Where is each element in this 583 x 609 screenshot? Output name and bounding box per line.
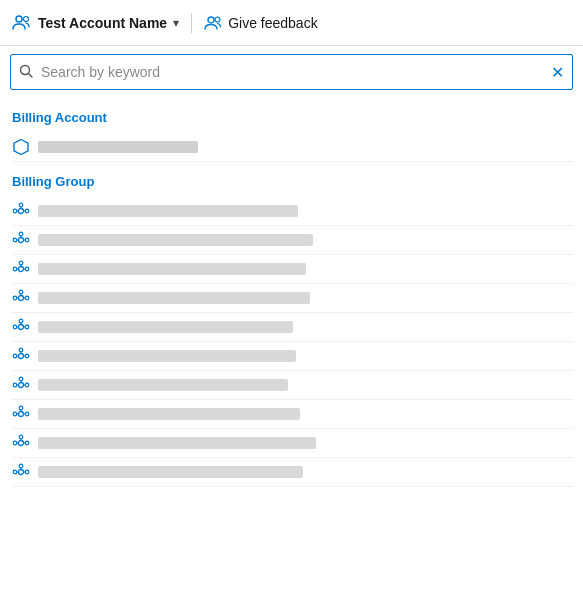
svg-point-63 [19,441,24,446]
svg-point-29 [13,296,17,300]
skeleton-bar [38,379,288,391]
svg-point-72 [25,470,29,474]
network-icon [12,347,30,365]
svg-point-7 [19,209,24,214]
billing-account-item[interactable] [12,133,573,162]
svg-line-5 [29,73,33,77]
network-icon [12,260,30,278]
svg-point-70 [19,470,24,475]
svg-point-71 [13,470,17,474]
svg-point-36 [13,325,17,329]
list-item[interactable] [12,197,573,226]
svg-point-66 [19,435,23,439]
list-item[interactable] [12,429,573,458]
search-bar[interactable]: ✕ [10,54,573,90]
list-item[interactable] [12,458,573,487]
skeleton-bar [38,350,296,362]
network-icon [12,434,30,452]
svg-point-65 [25,441,29,445]
network-icon [12,463,30,481]
billing-account-title: Billing Account [12,110,573,125]
svg-point-2 [208,17,214,23]
account-icon [12,13,32,33]
svg-point-8 [13,209,17,213]
chevron-down-icon[interactable]: ▾ [173,16,179,30]
feedback-section[interactable]: Give feedback [204,14,318,32]
network-icon [12,231,30,249]
list-item[interactable] [12,226,573,255]
skeleton-bar [38,263,306,275]
svg-point-35 [19,325,24,330]
list-item[interactable] [12,400,573,429]
svg-point-64 [13,441,17,445]
svg-point-15 [13,238,17,242]
network-icon [12,202,30,220]
skeleton-bar [38,141,198,153]
svg-point-0 [16,16,22,22]
account-name: Test Account Name [38,15,167,31]
search-icon [19,64,33,81]
svg-point-22 [13,267,17,271]
svg-point-21 [19,267,24,272]
hexagon-icon [12,138,30,156]
billing-account-section: Billing Account [12,110,573,162]
svg-point-44 [25,354,29,358]
svg-point-37 [25,325,29,329]
svg-point-24 [19,261,23,265]
header: Test Account Name ▾ Give feedback [0,0,583,46]
svg-point-49 [19,383,24,388]
skeleton-bar [38,205,298,217]
list-item[interactable] [12,255,573,284]
svg-point-17 [19,232,23,236]
svg-point-16 [25,238,29,242]
svg-point-30 [25,296,29,300]
svg-point-59 [19,406,23,410]
svg-point-28 [19,296,24,301]
skeleton-bar [38,292,310,304]
skeleton-bar [38,321,293,333]
svg-point-10 [19,203,23,207]
svg-point-52 [19,377,23,381]
svg-point-58 [25,412,29,416]
network-icon [12,289,30,307]
svg-marker-6 [14,140,28,155]
content-area[interactable]: Billing Account Billing Group [0,98,583,609]
svg-point-45 [19,348,23,352]
svg-point-38 [19,319,23,323]
svg-point-23 [25,267,29,271]
svg-point-50 [13,383,17,387]
svg-point-43 [13,354,17,358]
skeleton-bar [38,234,313,246]
svg-point-51 [25,383,29,387]
svg-point-9 [25,209,29,213]
network-icon [12,376,30,394]
billing-group-section: Billing Group [12,174,573,487]
billing-group-title: Billing Group [12,174,573,189]
svg-point-3 [215,17,220,22]
list-item[interactable] [12,342,573,371]
list-item[interactable] [12,284,573,313]
feedback-icon [204,14,222,32]
skeleton-bar [38,466,303,478]
skeleton-bar [38,437,316,449]
svg-point-14 [19,238,24,243]
header-divider [191,13,192,33]
search-input[interactable] [41,64,551,80]
network-icon [12,318,30,336]
clear-icon[interactable]: ✕ [551,63,564,82]
svg-point-57 [13,412,17,416]
svg-point-1 [24,16,29,21]
svg-point-73 [19,464,23,468]
svg-point-56 [19,412,24,417]
feedback-label: Give feedback [228,15,318,31]
svg-point-42 [19,354,24,359]
account-section[interactable]: Test Account Name ▾ [12,13,179,33]
svg-point-31 [19,290,23,294]
list-item[interactable] [12,371,573,400]
skeleton-bar [38,408,300,420]
list-item[interactable] [12,313,573,342]
network-icon [12,405,30,423]
